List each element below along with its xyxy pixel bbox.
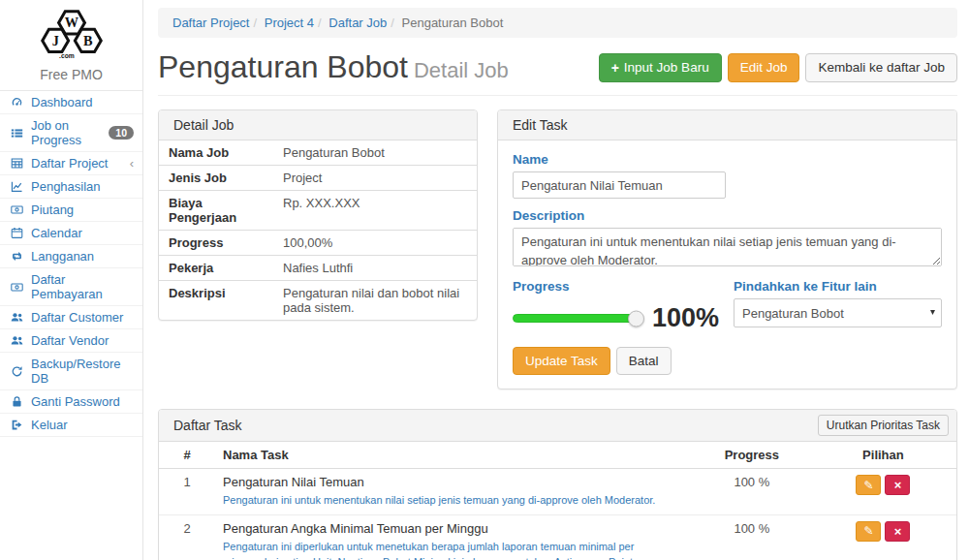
detail-label: Deskripsi <box>159 281 273 321</box>
daftar-task-heading: Daftar Task Urutkan Prioritas Task <box>159 410 956 442</box>
task-name-cell: Pengaturan Nilai Temuan Pengaturan ini u… <box>215 469 694 515</box>
sign-out-icon <box>9 419 24 431</box>
sidebar-item-label: Langganan <box>31 249 94 264</box>
users-icon <box>9 311 24 324</box>
table-row: Progress100,00% <box>159 231 477 256</box>
lock-icon <box>9 395 24 408</box>
detail-label: Biaya Pengerjaan <box>159 191 273 231</box>
sidebar-item-label: Daftar Project <box>31 156 108 171</box>
list-icon <box>9 127 24 140</box>
breadcrumb: Daftar Project/ Project 4/ Daftar Job/ P… <box>158 8 957 38</box>
breadcrumb-separator: / <box>314 16 326 30</box>
move-to-feature-select[interactable]: Pengaturan Bobot <box>734 298 942 327</box>
job-count-badge: 10 <box>109 126 134 140</box>
breadcrumb-separator: / <box>249 16 261 30</box>
breadcrumb-separator: / <box>387 16 398 30</box>
pencil-icon: ✎ <box>863 525 873 537</box>
column-header-actions: Pilihan <box>810 442 956 469</box>
line-chart-icon <box>9 180 24 193</box>
task-number: 1 <box>159 469 215 515</box>
daftar-task-panel: Daftar Task Urutkan Prioritas Task # Nam… <box>158 409 957 560</box>
sidebar-item-langganan[interactable]: Langganan <box>0 245 142 268</box>
sidebar-item-daftar-vendor[interactable]: Daftar Vendor <box>0 329 142 353</box>
progress-move-row: Progress 100% Pindahkan ke Fitur lain <box>513 279 942 333</box>
breadcrumb-link-daftar-job[interactable]: Daftar Job <box>328 16 387 30</box>
table-row: Jenis JobProject <box>159 166 477 191</box>
task-progress: 100 % <box>694 514 810 560</box>
sidebar-item-keluar[interactable]: Keluar <box>0 414 142 437</box>
breadcrumb-link-daftar-project[interactable]: Daftar Project <box>172 16 249 30</box>
table-icon <box>9 157 24 170</box>
delete-task-button[interactable]: × <box>885 521 910 542</box>
pencil-icon: ✎ <box>863 480 873 491</box>
app-name: Free PMO <box>6 67 137 82</box>
detail-value: Pengaturan Bobot <box>273 140 477 166</box>
column-header-progress: Progress <box>694 442 810 469</box>
app-root: W J B .com Free PMO Dashboard Job on Pro… <box>0 0 969 560</box>
sidebar-item-daftar-customer[interactable]: Daftar Customer <box>0 306 142 329</box>
detail-job-panel: Detail Job Nama JobPengaturan Bobot Jeni… <box>158 109 478 321</box>
sidebar-item-daftar-project[interactable]: Daftar Project ‹ <box>0 152 142 175</box>
detail-value: 100,00% <box>273 231 477 256</box>
sidebar-item-label: Daftar Vendor <box>31 333 109 348</box>
edit-task-button[interactable]: ✎ <box>856 475 881 495</box>
task-description-textarea[interactable]: Pengaturan ini untuk menentukan nilai se… <box>513 228 942 266</box>
chevron-left-icon: ‹ <box>130 157 134 170</box>
sidebar-item-label: Dashboard <box>31 95 93 109</box>
svg-text:B: B <box>83 33 93 48</box>
daftar-task-title: Daftar Task <box>173 418 242 433</box>
task-actions: ✎ × <box>810 469 956 515</box>
batal-button[interactable]: Batal <box>616 347 672 375</box>
detail-job-table: Nama JobPengaturan Bobot Jenis JobProjec… <box>159 140 477 320</box>
task-progress: 100 % <box>694 469 810 515</box>
progress-label: Progress <box>513 279 734 294</box>
description-label: Description <box>513 208 942 223</box>
input-job-baru-button[interactable]: +Input Job Baru <box>599 53 722 82</box>
sidebar-item-job-on-progress[interactable]: Job on Progress 10 <box>0 114 142 152</box>
detail-label: Progress <box>159 231 273 256</box>
progress-slider[interactable] <box>513 314 637 323</box>
detail-label: Jenis Job <box>159 166 273 191</box>
delete-task-button[interactable]: × <box>885 475 910 495</box>
page-title: Pengaturan BobotDetail Job <box>158 49 509 85</box>
sidebar-item-daftar-pembayaran[interactable]: Daftar Pembayaran <box>0 268 142 306</box>
detail-value: Pengaturan nilai dan bobot nilai pada si… <box>273 281 477 321</box>
task-number: 2 <box>159 514 215 560</box>
detail-job-panel-title: Detail Job <box>159 110 477 140</box>
page-header: Pengaturan BobotDetail Job +Input Job Ba… <box>158 44 957 96</box>
close-icon: × <box>894 525 902 538</box>
retweet-icon <box>9 250 24 263</box>
svg-text:W: W <box>64 15 78 30</box>
task-description: Pengaturan ini diperlukan untuk menetuka… <box>223 539 686 560</box>
svg-text:J: J <box>51 33 58 48</box>
logo: W J B .com Free PMO <box>0 0 142 91</box>
sidebar-item-label: Calendar <box>31 226 82 240</box>
svg-text:.com: .com <box>59 52 75 59</box>
urutkan-prioritas-task-button-top[interactable]: Urutkan Prioritas Task <box>818 415 949 436</box>
sidebar-item-penghasilan[interactable]: Penghasilan <box>0 175 142 199</box>
sidebar-item-dashboard[interactable]: Dashboard <box>0 91 142 114</box>
detail-value: Project <box>273 166 477 191</box>
kembali-ke-daftar-job-button[interactable]: Kembali ke daftar Job <box>805 53 957 82</box>
breadcrumb-current: Pengaturan Bobot <box>402 16 504 30</box>
sidebar-item-backup-restore[interactable]: Backup/Restore DB <box>0 353 142 390</box>
sidebar-item-label: Ganti Password <box>31 394 120 409</box>
update-task-button[interactable]: Update Task <box>513 347 610 375</box>
page-subtitle: Detail Job <box>414 58 509 82</box>
progress-slider-handle[interactable] <box>628 310 644 327</box>
sidebar: W J B .com Free PMO Dashboard Job on Pro… <box>0 0 143 560</box>
move-to-feature-label: Pindahkan ke Fitur lain <box>734 279 942 294</box>
header-buttons: +Input Job Baru Edit Job Kembali ke daft… <box>599 53 957 82</box>
dashboard-icon <box>9 96 24 109</box>
breadcrumb-link-project-4[interactable]: Project 4 <box>265 16 314 30</box>
sidebar-item-piutang[interactable]: Piutang <box>0 199 142 222</box>
task-name-input[interactable] <box>513 171 726 199</box>
refresh-icon <box>9 365 24 378</box>
edit-task-button[interactable]: ✎ <box>856 521 881 542</box>
sidebar-item-calendar[interactable]: Calendar <box>0 222 142 245</box>
edit-job-button[interactable]: Edit Job <box>728 53 800 82</box>
table-row: Biaya PengerjaanRp. XXX.XXX <box>159 191 477 231</box>
edit-task-panel: Edit Task Name Description Pengaturan in… <box>497 109 957 389</box>
detail-value: Rp. XXX.XXX <box>273 191 477 231</box>
sidebar-item-ganti-password[interactable]: Ganti Password <box>0 390 142 414</box>
